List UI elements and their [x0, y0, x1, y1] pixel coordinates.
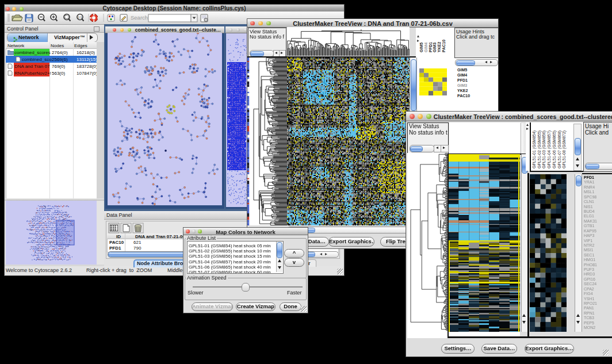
- svg-text:Search:: Search:: [131, 14, 150, 21]
- svg-text:1:1: 1:1: [78, 16, 82, 19]
